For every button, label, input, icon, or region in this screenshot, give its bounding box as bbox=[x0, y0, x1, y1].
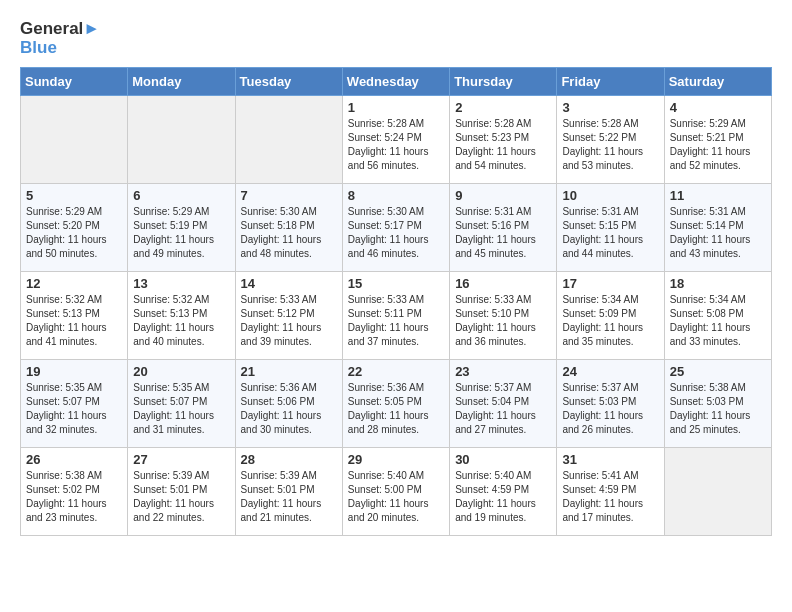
calendar-cell: 10Sunrise: 5:31 AMSunset: 5:15 PMDayligh… bbox=[557, 184, 664, 272]
calendar-cell: 30Sunrise: 5:40 AMSunset: 4:59 PMDayligh… bbox=[450, 448, 557, 536]
calendar-cell: 16Sunrise: 5:33 AMSunset: 5:10 PMDayligh… bbox=[450, 272, 557, 360]
day-number: 6 bbox=[133, 188, 229, 203]
day-number: 25 bbox=[670, 364, 766, 379]
day-info: Sunrise: 5:37 AMSunset: 5:04 PMDaylight:… bbox=[455, 381, 551, 437]
day-info: Sunrise: 5:38 AMSunset: 5:03 PMDaylight:… bbox=[670, 381, 766, 437]
weekday-header-thursday: Thursday bbox=[450, 68, 557, 96]
day-info: Sunrise: 5:41 AMSunset: 4:59 PMDaylight:… bbox=[562, 469, 658, 525]
day-info: Sunrise: 5:28 AMSunset: 5:23 PMDaylight:… bbox=[455, 117, 551, 173]
day-info: Sunrise: 5:32 AMSunset: 5:13 PMDaylight:… bbox=[133, 293, 229, 349]
calendar-cell: 1Sunrise: 5:28 AMSunset: 5:24 PMDaylight… bbox=[342, 96, 449, 184]
day-number: 20 bbox=[133, 364, 229, 379]
day-number: 28 bbox=[241, 452, 337, 467]
weekday-header-monday: Monday bbox=[128, 68, 235, 96]
day-number: 8 bbox=[348, 188, 444, 203]
calendar-cell: 18Sunrise: 5:34 AMSunset: 5:08 PMDayligh… bbox=[664, 272, 771, 360]
day-number: 3 bbox=[562, 100, 658, 115]
calendar-cell: 14Sunrise: 5:33 AMSunset: 5:12 PMDayligh… bbox=[235, 272, 342, 360]
day-number: 29 bbox=[348, 452, 444, 467]
calendar-cell: 7Sunrise: 5:30 AMSunset: 5:18 PMDaylight… bbox=[235, 184, 342, 272]
calendar-cell: 11Sunrise: 5:31 AMSunset: 5:14 PMDayligh… bbox=[664, 184, 771, 272]
day-number: 21 bbox=[241, 364, 337, 379]
day-number: 19 bbox=[26, 364, 122, 379]
calendar-cell: 28Sunrise: 5:39 AMSunset: 5:01 PMDayligh… bbox=[235, 448, 342, 536]
day-info: Sunrise: 5:40 AMSunset: 4:59 PMDaylight:… bbox=[455, 469, 551, 525]
day-number: 16 bbox=[455, 276, 551, 291]
calendar-week-5: 26Sunrise: 5:38 AMSunset: 5:02 PMDayligh… bbox=[21, 448, 772, 536]
calendar-cell: 20Sunrise: 5:35 AMSunset: 5:07 PMDayligh… bbox=[128, 360, 235, 448]
day-info: Sunrise: 5:29 AMSunset: 5:20 PMDaylight:… bbox=[26, 205, 122, 261]
calendar-body: 1Sunrise: 5:28 AMSunset: 5:24 PMDaylight… bbox=[21, 96, 772, 536]
day-info: Sunrise: 5:33 AMSunset: 5:10 PMDaylight:… bbox=[455, 293, 551, 349]
day-number: 13 bbox=[133, 276, 229, 291]
day-number: 26 bbox=[26, 452, 122, 467]
calendar-cell: 21Sunrise: 5:36 AMSunset: 5:06 PMDayligh… bbox=[235, 360, 342, 448]
calendar-cell: 22Sunrise: 5:36 AMSunset: 5:05 PMDayligh… bbox=[342, 360, 449, 448]
day-number: 30 bbox=[455, 452, 551, 467]
calendar-header: SundayMondayTuesdayWednesdayThursdayFrid… bbox=[21, 68, 772, 96]
day-number: 17 bbox=[562, 276, 658, 291]
day-info: Sunrise: 5:30 AMSunset: 5:17 PMDaylight:… bbox=[348, 205, 444, 261]
calendar-cell: 26Sunrise: 5:38 AMSunset: 5:02 PMDayligh… bbox=[21, 448, 128, 536]
day-info: Sunrise: 5:31 AMSunset: 5:16 PMDaylight:… bbox=[455, 205, 551, 261]
logo-text: General► Blue bbox=[20, 20, 100, 57]
calendar-cell: 9Sunrise: 5:31 AMSunset: 5:16 PMDaylight… bbox=[450, 184, 557, 272]
day-number: 5 bbox=[26, 188, 122, 203]
weekday-header-wednesday: Wednesday bbox=[342, 68, 449, 96]
day-number: 7 bbox=[241, 188, 337, 203]
day-info: Sunrise: 5:34 AMSunset: 5:08 PMDaylight:… bbox=[670, 293, 766, 349]
day-info: Sunrise: 5:36 AMSunset: 5:05 PMDaylight:… bbox=[348, 381, 444, 437]
day-info: Sunrise: 5:29 AMSunset: 5:19 PMDaylight:… bbox=[133, 205, 229, 261]
calendar-cell: 3Sunrise: 5:28 AMSunset: 5:22 PMDaylight… bbox=[557, 96, 664, 184]
calendar-cell: 27Sunrise: 5:39 AMSunset: 5:01 PMDayligh… bbox=[128, 448, 235, 536]
day-info: Sunrise: 5:36 AMSunset: 5:06 PMDaylight:… bbox=[241, 381, 337, 437]
calendar-cell: 25Sunrise: 5:38 AMSunset: 5:03 PMDayligh… bbox=[664, 360, 771, 448]
logo: General► Blue bbox=[20, 20, 100, 57]
calendar-table: SundayMondayTuesdayWednesdayThursdayFrid… bbox=[20, 67, 772, 536]
day-info: Sunrise: 5:32 AMSunset: 5:13 PMDaylight:… bbox=[26, 293, 122, 349]
day-number: 1 bbox=[348, 100, 444, 115]
calendar-cell: 17Sunrise: 5:34 AMSunset: 5:09 PMDayligh… bbox=[557, 272, 664, 360]
day-number: 15 bbox=[348, 276, 444, 291]
day-info: Sunrise: 5:38 AMSunset: 5:02 PMDaylight:… bbox=[26, 469, 122, 525]
day-number: 31 bbox=[562, 452, 658, 467]
day-info: Sunrise: 5:37 AMSunset: 5:03 PMDaylight:… bbox=[562, 381, 658, 437]
calendar-cell: 19Sunrise: 5:35 AMSunset: 5:07 PMDayligh… bbox=[21, 360, 128, 448]
calendar-cell: 2Sunrise: 5:28 AMSunset: 5:23 PMDaylight… bbox=[450, 96, 557, 184]
calendar-cell: 24Sunrise: 5:37 AMSunset: 5:03 PMDayligh… bbox=[557, 360, 664, 448]
day-info: Sunrise: 5:35 AMSunset: 5:07 PMDaylight:… bbox=[133, 381, 229, 437]
day-number: 12 bbox=[26, 276, 122, 291]
logo-general: General► bbox=[20, 20, 100, 39]
calendar-cell bbox=[21, 96, 128, 184]
day-info: Sunrise: 5:33 AMSunset: 5:12 PMDaylight:… bbox=[241, 293, 337, 349]
page-header: General► Blue bbox=[20, 20, 772, 57]
calendar-cell: 4Sunrise: 5:29 AMSunset: 5:21 PMDaylight… bbox=[664, 96, 771, 184]
day-info: Sunrise: 5:34 AMSunset: 5:09 PMDaylight:… bbox=[562, 293, 658, 349]
calendar-cell: 29Sunrise: 5:40 AMSunset: 5:00 PMDayligh… bbox=[342, 448, 449, 536]
calendar-week-4: 19Sunrise: 5:35 AMSunset: 5:07 PMDayligh… bbox=[21, 360, 772, 448]
day-number: 4 bbox=[670, 100, 766, 115]
calendar-cell: 8Sunrise: 5:30 AMSunset: 5:17 PMDaylight… bbox=[342, 184, 449, 272]
calendar-week-1: 1Sunrise: 5:28 AMSunset: 5:24 PMDaylight… bbox=[21, 96, 772, 184]
day-info: Sunrise: 5:35 AMSunset: 5:07 PMDaylight:… bbox=[26, 381, 122, 437]
day-info: Sunrise: 5:40 AMSunset: 5:00 PMDaylight:… bbox=[348, 469, 444, 525]
day-number: 10 bbox=[562, 188, 658, 203]
calendar-cell: 5Sunrise: 5:29 AMSunset: 5:20 PMDaylight… bbox=[21, 184, 128, 272]
day-number: 9 bbox=[455, 188, 551, 203]
day-number: 2 bbox=[455, 100, 551, 115]
day-number: 27 bbox=[133, 452, 229, 467]
calendar-cell bbox=[664, 448, 771, 536]
calendar-cell: 15Sunrise: 5:33 AMSunset: 5:11 PMDayligh… bbox=[342, 272, 449, 360]
day-info: Sunrise: 5:30 AMSunset: 5:18 PMDaylight:… bbox=[241, 205, 337, 261]
day-number: 23 bbox=[455, 364, 551, 379]
weekday-header-row: SundayMondayTuesdayWednesdayThursdayFrid… bbox=[21, 68, 772, 96]
day-number: 11 bbox=[670, 188, 766, 203]
day-number: 18 bbox=[670, 276, 766, 291]
day-number: 24 bbox=[562, 364, 658, 379]
day-number: 22 bbox=[348, 364, 444, 379]
calendar-cell: 12Sunrise: 5:32 AMSunset: 5:13 PMDayligh… bbox=[21, 272, 128, 360]
calendar-cell: 6Sunrise: 5:29 AMSunset: 5:19 PMDaylight… bbox=[128, 184, 235, 272]
day-info: Sunrise: 5:29 AMSunset: 5:21 PMDaylight:… bbox=[670, 117, 766, 173]
calendar-cell bbox=[235, 96, 342, 184]
day-number: 14 bbox=[241, 276, 337, 291]
